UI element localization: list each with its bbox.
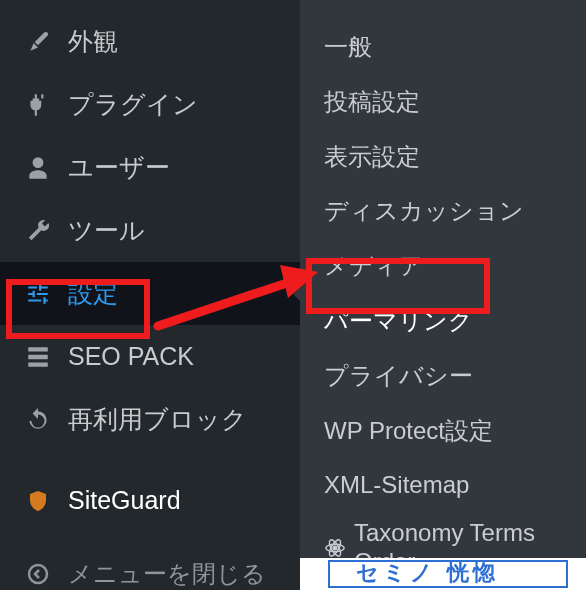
submenu-item-xmlsitemap[interactable]: XML-Sitemap: [300, 458, 586, 513]
sidebar-collapse[interactable]: メニューを閉じる: [0, 546, 300, 590]
sidebar-item-label: 外観: [68, 25, 118, 58]
sidebar-item-siteguard[interactable]: SiteGuard: [0, 469, 300, 532]
submenu-item-label: WP Protect設定: [324, 417, 493, 446]
submenu-item-wpprotect[interactable]: WP Protect設定: [300, 404, 586, 459]
sidebar-item-appearance[interactable]: 外観: [0, 10, 300, 73]
page-content-text: セミノ 恍惚: [356, 558, 499, 588]
shield-icon: [22, 489, 54, 513]
screenshot-root: { "sidebar": { "items": [ { "label": "外観…: [0, 0, 586, 590]
atom-icon: [324, 537, 346, 559]
admin-sidebar: 外観 プラグイン ユーザー ツール 設定: [0, 0, 300, 590]
wrench-icon: [22, 218, 54, 244]
sidebar-item-settings[interactable]: 設定: [0, 262, 300, 325]
sidebar-item-label: ツール: [68, 214, 145, 247]
sidebar-item-label: プラグイン: [68, 88, 198, 121]
list-icon: [22, 344, 54, 370]
svg-point-0: [29, 565, 47, 583]
collapse-icon: [22, 562, 54, 586]
sidebar-item-label: ユーザー: [68, 151, 170, 184]
sidebar-item-label: SEO PACK: [68, 342, 194, 371]
svg-point-1: [333, 546, 337, 550]
sidebar-item-tools[interactable]: ツール: [0, 199, 300, 262]
submenu-item-label: メディア: [324, 252, 424, 281]
submenu-item-media[interactable]: メディア: [300, 239, 586, 294]
submenu-item-permalink[interactable]: パーマリンク: [300, 294, 586, 349]
user-icon: [22, 155, 54, 181]
brush-icon: [22, 29, 54, 55]
settings-submenu: 一般 投稿設定 表示設定 ディスカッション メディア パーマリンク プライバシー…: [300, 0, 586, 560]
sidebar-item-label: SiteGuard: [68, 486, 181, 515]
sidebar-item-plugins[interactable]: プラグイン: [0, 73, 300, 136]
submenu-item-label: XML-Sitemap: [324, 471, 469, 500]
submenu-item-privacy[interactable]: プライバシー: [300, 349, 586, 404]
sidebar-collapse-label: メニューを閉じる: [68, 558, 266, 590]
sliders-icon: [22, 281, 54, 307]
sidebar-item-label: 再利用ブロック: [68, 403, 247, 436]
sidebar-item-users[interactable]: ユーザー: [0, 136, 300, 199]
submenu-item-general[interactable]: 一般: [300, 20, 586, 75]
sidebar-item-label: 設定: [68, 277, 118, 310]
submenu-item-writing[interactable]: 投稿設定: [300, 75, 586, 130]
submenu-item-label: 表示設定: [324, 143, 420, 172]
submenu-item-label: パーマリンク: [324, 307, 473, 336]
submenu-item-reading[interactable]: 表示設定: [300, 130, 586, 185]
submenu-item-discussion[interactable]: ディスカッション: [300, 184, 586, 239]
submenu-item-label: プライバシー: [324, 362, 473, 391]
plug-icon: [22, 92, 54, 118]
sidebar-item-reusable-blocks[interactable]: 再利用ブロック: [0, 388, 300, 451]
submenu-item-label: ディスカッション: [324, 197, 524, 226]
sidebar-item-seopack[interactable]: SEO PACK: [0, 325, 300, 388]
reuse-icon: [22, 407, 54, 433]
submenu-item-label: 一般: [324, 33, 372, 62]
submenu-item-label: 投稿設定: [324, 88, 420, 117]
